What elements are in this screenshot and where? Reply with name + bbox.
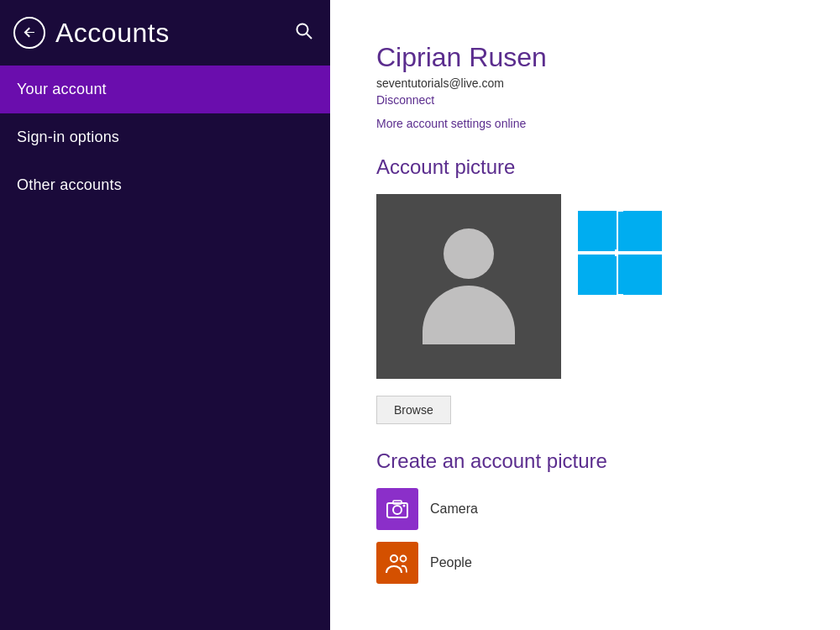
- svg-point-0: [297, 24, 308, 34]
- svg-marker-6: [578, 213, 615, 251]
- sidebar-title: Accounts: [55, 18, 170, 49]
- user-name: Ciprian Rusen: [376, 42, 798, 73]
- browse-button[interactable]: Browse: [376, 396, 451, 424]
- svg-point-13: [403, 505, 406, 507]
- svg-point-15: [401, 556, 407, 562]
- avatar-head: [444, 228, 494, 279]
- sidebar-item-sign-in-options[interactable]: Sign-in options: [0, 113, 330, 161]
- people-app-item[interactable]: People: [376, 542, 798, 584]
- svg-marker-8: [578, 255, 615, 293]
- svg-point-14: [391, 555, 397, 562]
- windows-logo: [578, 211, 662, 295]
- svg-marker-9: [618, 255, 662, 295]
- sidebar-item-your-account[interactable]: Your account: [0, 66, 330, 113]
- camera-app-item[interactable]: Camera: [376, 488, 798, 530]
- account-picture-area: [376, 194, 798, 379]
- user-email: seventutorials@live.com: [376, 76, 798, 90]
- more-account-settings-link[interactable]: More account settings online: [376, 117, 798, 130]
- search-icon[interactable]: [291, 18, 317, 48]
- disconnect-link[interactable]: Disconnect: [376, 93, 798, 107]
- create-picture-section-title: Create an account picture: [376, 449, 798, 473]
- people-app-icon: [376, 542, 418, 584]
- avatar-silhouette: [423, 228, 515, 344]
- svg-point-11: [393, 506, 402, 514]
- camera-app-icon: [376, 488, 418, 530]
- svg-marker-7: [618, 211, 662, 251]
- avatar: [376, 194, 561, 379]
- camera-app-label: Camera: [430, 501, 478, 517]
- avatar-body: [423, 286, 515, 344]
- svg-line-1: [307, 34, 312, 39]
- sidebar-header: Accounts: [0, 0, 330, 66]
- people-app-label: People: [430, 555, 472, 570]
- account-picture-section-title: Account picture: [376, 155, 798, 179]
- sidebar-item-other-accounts[interactable]: Other accounts: [0, 161, 330, 209]
- sidebar-header-left: Accounts: [13, 17, 170, 49]
- back-button[interactable]: [13, 17, 45, 49]
- sidebar: Accounts Your account Sign-in options Ot…: [0, 0, 330, 630]
- main-content: Ciprian Rusen seventutorials@live.com Di…: [330, 0, 840, 630]
